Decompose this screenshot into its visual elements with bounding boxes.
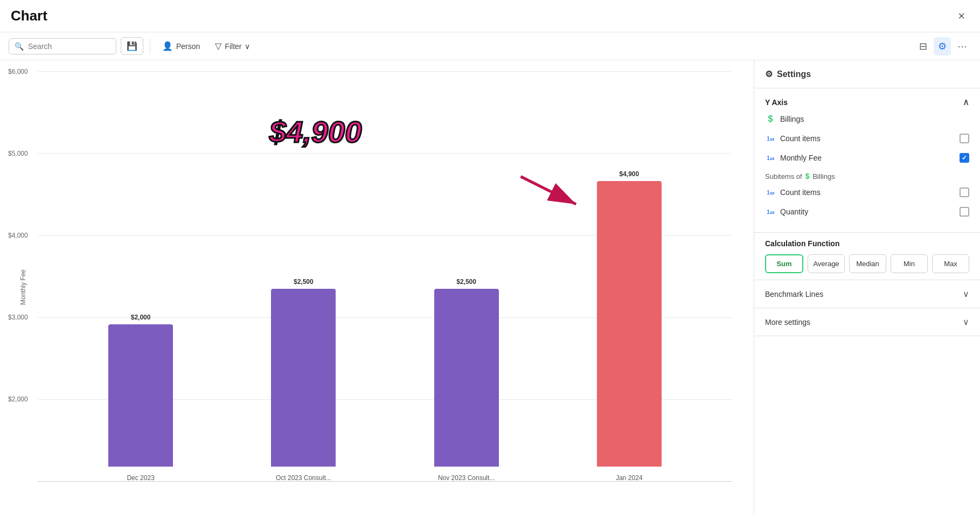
dollar-icon: $ xyxy=(765,114,776,124)
grid-label-3000: $3,000 xyxy=(8,314,28,321)
calc-median-button[interactable]: Median xyxy=(849,254,886,273)
settings-toggle-button[interactable]: ⚙ xyxy=(934,37,951,55)
y-axis-section: Y Axis ∧ $ Billings 1₂₃ Count items xyxy=(754,88,980,233)
header: Chart × xyxy=(0,0,980,32)
subitems-count-icon: 1₂₃ xyxy=(765,187,776,198)
settings-gear-icon: ⚙ xyxy=(765,69,773,79)
count-icon: 1₂₃ xyxy=(765,133,776,144)
calc-title: Calculation Function xyxy=(765,239,969,248)
close-button[interactable]: × xyxy=(954,7,969,25)
toolbar-divider xyxy=(150,39,150,54)
calculation-section: Calculation Function Sum Average Median … xyxy=(754,233,980,280)
calc-min-button[interactable]: Min xyxy=(891,254,928,273)
subitems-count-items-field-info: 1₂₃ Count items xyxy=(765,187,821,198)
bars-container: $2,000 Dec 2023 $2,500 Oct 2023 Consult.… xyxy=(38,71,732,482)
search-input[interactable] xyxy=(28,42,110,51)
gear-icon: ⚙ xyxy=(938,40,947,52)
subitems-count-items-checkbox[interactable] xyxy=(960,187,969,197)
filter-icon: ▽ xyxy=(215,41,221,51)
bar-bottom-label-dec2023: Dec 2023 xyxy=(127,474,154,482)
grid-label-6000: $6,000 xyxy=(8,68,28,75)
quantity-checkbox[interactable] xyxy=(960,207,969,217)
bar-nov2023[interactable] xyxy=(434,289,499,467)
person-button[interactable]: 👤 Person xyxy=(157,38,205,54)
more-options-button[interactable]: ⋯ xyxy=(953,37,971,55)
monthly-fee-checkbox[interactable] xyxy=(960,153,969,163)
count-items-row: 1₂₃ Count items xyxy=(765,129,969,148)
bar-top-label-dec2023: $2,000 xyxy=(131,314,151,321)
settings-body[interactable]: Y Axis ∧ $ Billings 1₂₃ Count items xyxy=(754,88,980,514)
quantity-icon: 1₂₃ xyxy=(765,206,776,217)
person-label: Person xyxy=(176,42,200,51)
subitems-of-label: Subitems of xyxy=(765,172,802,180)
calc-max-button[interactable]: Max xyxy=(932,254,969,273)
subitems-quantity-field-info: 1₂₃ Quantity xyxy=(765,206,808,217)
bar-dec2023[interactable] xyxy=(108,324,173,467)
layout-button[interactable]: ⊟ xyxy=(915,37,932,55)
grid-label-5000: $5,000 xyxy=(8,150,28,157)
more-settings-label: More settings xyxy=(765,318,810,327)
subitems-dollar-icon: $ xyxy=(805,172,810,180)
bar-top-label-oct2023: $2,500 xyxy=(294,278,314,286)
settings-title: Settings xyxy=(777,70,811,79)
bar-group-jan2024: $4,900 Jan 2024 xyxy=(597,170,662,482)
y-axis-chevron-icon: ∧ xyxy=(963,97,969,107)
benchmark-lines-label: Benchmark Lines xyxy=(765,290,823,298)
bar-group-oct2023: $2,500 Oct 2023 Consult... xyxy=(271,278,336,482)
bar-bottom-label-nov2023: Nov 2023 Consult... xyxy=(438,474,495,482)
monthly-fee-field-info: 1₂₃ Monthly Fee xyxy=(765,152,822,163)
filter-label: Filter xyxy=(225,42,241,51)
grid-label-4000: $4,000 xyxy=(8,232,28,239)
subitems-quantity-row: 1₂₃ Quantity xyxy=(765,202,969,221)
subitems-billings-label: Billings xyxy=(812,172,835,180)
toolbar-right: ⊟ ⚙ ⋯ xyxy=(915,37,971,55)
search-icon: 🔍 xyxy=(15,42,24,51)
bar-top-label-nov2023: $2,500 xyxy=(456,278,476,286)
count-items-label: Count items xyxy=(780,134,821,143)
filter-chevron-icon: ∨ xyxy=(245,42,250,51)
billings-field-info: $ Billings xyxy=(765,114,804,124)
subitems-count-items-row: 1₂₃ Count items xyxy=(765,183,969,202)
y-axis-section-header[interactable]: Y Axis ∧ xyxy=(765,95,969,109)
subitems-count-items-label: Count items xyxy=(780,188,821,197)
billings-label: Billings xyxy=(780,115,804,123)
chart-grid: $6,000 $5,000 $4,000 $3,000 $2,000 xyxy=(38,71,732,482)
more-settings-row[interactable]: More settings ∨ xyxy=(754,308,980,336)
filter-button[interactable]: ▽ Filter ∨ xyxy=(210,38,255,54)
monthly-fee-icon: 1₂₃ xyxy=(765,152,776,163)
ellipsis-icon: ⋯ xyxy=(957,40,967,52)
grid-label-2000: $2,000 xyxy=(8,395,28,403)
billings-row: $ Billings xyxy=(765,109,969,129)
page-title: Chart xyxy=(11,8,47,24)
quantity-label: Quantity xyxy=(780,207,808,216)
bar-top-label-jan2024: $4,900 xyxy=(620,170,640,178)
calc-buttons: Sum Average Median Min Max xyxy=(765,254,969,273)
settings-panel: ⚙ Settings Y Axis ∧ $ Billings xyxy=(754,60,980,514)
layout-icon: ⊟ xyxy=(919,40,927,52)
count-items-checkbox[interactable] xyxy=(960,134,969,143)
monthly-fee-label: Monthly Fee xyxy=(780,154,822,162)
settings-panel-header: ⚙ Settings xyxy=(754,60,980,88)
more-settings-chevron-icon: ∨ xyxy=(963,317,969,327)
benchmark-chevron-icon: ∨ xyxy=(963,289,969,299)
search-box[interactable]: 🔍 xyxy=(9,38,116,54)
save-button[interactable]: 💾 xyxy=(121,37,143,55)
bar-group-nov2023: $2,500 Nov 2023 Consult... xyxy=(434,278,499,482)
y-axis-label: Y Axis xyxy=(765,98,788,107)
save-icon: 💾 xyxy=(127,41,137,51)
toolbar: 🔍 💾 👤 Person ▽ Filter ∨ ⊟ ⚙ ⋯ xyxy=(0,32,980,60)
calc-average-button[interactable]: Average xyxy=(808,254,845,273)
y-axis-label: Monthly Fee xyxy=(19,269,27,305)
person-icon: 👤 xyxy=(162,41,173,51)
bar-group-dec2023: $2,000 Dec 2023 xyxy=(108,314,173,482)
bar-jan2024[interactable] xyxy=(597,181,662,467)
monthly-fee-row: 1₂₃ Monthly Fee xyxy=(765,148,969,168)
count-items-field-info: 1₂₃ Count items xyxy=(765,133,821,144)
benchmark-lines-row[interactable]: Benchmark Lines ∨ xyxy=(754,280,980,308)
bar-bottom-label-jan2024: Jan 2024 xyxy=(616,474,642,482)
calc-sum-button[interactable]: Sum xyxy=(765,254,803,273)
bar-oct2023[interactable] xyxy=(271,289,336,467)
main-content: Monthly Fee $4,900 $6,000 xyxy=(0,60,980,514)
subitems-header: Subitems of $ Billings xyxy=(765,172,969,180)
bar-bottom-label-oct2023: Oct 2023 Consult... xyxy=(276,474,331,482)
